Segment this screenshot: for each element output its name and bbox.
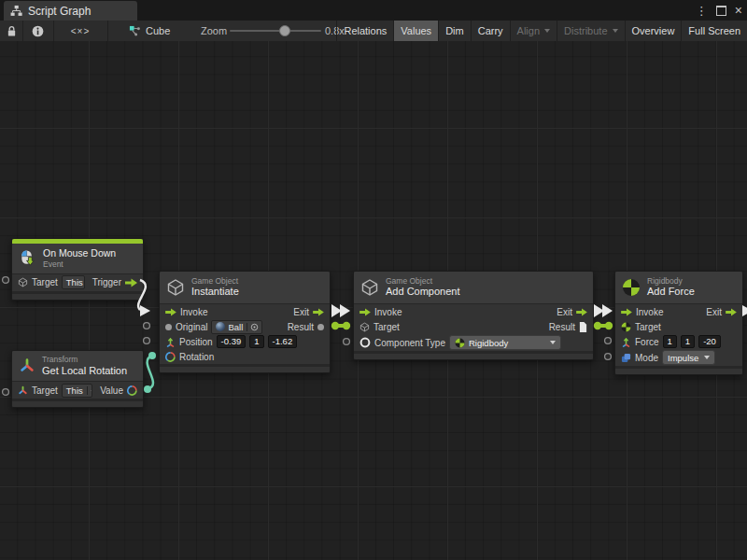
tab-title: Script Graph (28, 5, 91, 18)
breadcrumb[interactable]: Cube (129, 21, 170, 41)
control-input-port[interactable] (165, 308, 176, 316)
close-icon[interactable]: × (733, 4, 744, 17)
control-input-port[interactable] (359, 308, 371, 316)
type-circle-icon (359, 337, 371, 348)
value-connection-endpoint[interactable] (594, 322, 601, 329)
value-connection-endpoint[interactable] (331, 322, 339, 329)
original-value-chip[interactable]: Ball (211, 320, 262, 334)
quaternion-icon[interactable] (127, 385, 137, 396)
graph-icon (10, 5, 22, 17)
port-label: Target (635, 322, 661, 332)
value-wire-endpoint[interactable] (144, 385, 151, 393)
port-row: Target (615, 319, 742, 334)
node-category: Game Object (386, 276, 460, 287)
position-z-field[interactable]: -1.62 (268, 335, 298, 348)
target-value-chip[interactable]: This (62, 275, 85, 289)
control-connection-arrow[interactable] (331, 304, 342, 317)
control-wire-arrow[interactable] (140, 305, 150, 316)
value-input-port[interactable] (165, 324, 172, 330)
position-x-field[interactable]: -0.39 (217, 335, 247, 348)
force-y-field[interactable]: 1 (681, 335, 695, 348)
graph-canvas[interactable]: On Mouse Down Event Target This (0, 41, 747, 560)
port-label: Original (176, 322, 207, 332)
component-type-dropdown[interactable]: Rigidbody (449, 335, 561, 350)
zoom-slider-handle[interactable] (279, 25, 290, 36)
node-header[interactable]: Game Object Add Component (354, 272, 593, 304)
input-port[interactable] (144, 323, 150, 329)
input-port[interactable] (605, 354, 612, 360)
control-connection-arrow[interactable] (594, 304, 604, 317)
input-port[interactable] (3, 389, 9, 396)
value-connection-endpoint[interactable] (343, 322, 350, 329)
vector3-icon (165, 337, 176, 347)
zoom-slider[interactable] (230, 30, 321, 32)
position-y-field[interactable]: 1 (249, 335, 263, 348)
window-controls: ⋮ × (694, 0, 744, 21)
inspect-button[interactable] (22, 21, 54, 41)
code-icon: <×> (71, 26, 91, 36)
overview-button[interactable]: Overview (625, 21, 682, 41)
value-wire[interactable] (148, 356, 153, 389)
node-header[interactable]: Game Object Instantiate (160, 272, 330, 304)
node-on-mouse-down[interactable]: On Mouse Down Event Target This (11, 238, 144, 301)
value-output-port[interactable] (317, 324, 324, 330)
node-get-local-rotation[interactable]: Transform Get Local Rotation Target This (11, 350, 144, 408)
maximize-icon[interactable] (716, 6, 726, 16)
node-header[interactable]: Rigidbody Add Force (615, 272, 742, 304)
lock-button[interactable] (0, 21, 23, 41)
control-output-port[interactable] (726, 308, 737, 316)
port-label: Invoke (636, 307, 663, 317)
control-output-port[interactable] (313, 308, 324, 316)
values-button[interactable]: Values (393, 21, 438, 41)
ball-object-icon (216, 322, 225, 331)
object-picker-icon[interactable] (87, 386, 92, 395)
document-icon[interactable] (579, 322, 587, 332)
fullscreen-button[interactable]: Full Screen (681, 21, 747, 41)
carry-button[interactable]: Carry (471, 21, 510, 41)
node-add-force[interactable]: Rigidbody Add Force Invoke Exit (614, 271, 743, 375)
edit-source-button[interactable]: <×> (53, 21, 108, 41)
port-label: Target (32, 277, 58, 287)
mouse-down-event-icon (19, 249, 36, 267)
node-add-component[interactable]: Game Object Add Component Invoke Exit (353, 271, 594, 360)
control-connection-arrow[interactable] (340, 304, 350, 317)
input-port[interactable] (144, 338, 150, 344)
node-title: Instantiate (191, 286, 239, 299)
port-label: Position (179, 337, 213, 347)
rigidbody-mini-icon (621, 322, 631, 332)
input-port[interactable] (344, 339, 350, 345)
dim-button[interactable]: Dim (438, 21, 471, 41)
chevron-down-icon (704, 356, 710, 359)
force-x-field[interactable]: 1 (663, 335, 677, 348)
value-wire-endpoint[interactable] (148, 352, 156, 359)
input-port[interactable] (3, 277, 9, 284)
value-connection-endpoint[interactable] (605, 322, 613, 329)
port-row: Invoke Exit (615, 304, 742, 319)
input-port[interactable] (605, 338, 612, 344)
force-z-field[interactable]: -20 (698, 335, 721, 348)
node-footer (160, 364, 330, 372)
node-category: Transform (42, 355, 127, 365)
node-title: Add Force (647, 286, 695, 299)
node-instantiate[interactable]: Game Object Instantiate Invoke Exit Orig… (159, 271, 331, 373)
control-output-port[interactable] (576, 308, 587, 316)
align-button[interactable]: Align (510, 21, 557, 41)
relations-button[interactable]: Relations (336, 21, 393, 41)
tab-script-graph[interactable]: Script Graph (4, 1, 137, 21)
target-value-chip[interactable]: This (62, 384, 92, 398)
port-row: Target This Value (12, 382, 143, 399)
node-header[interactable]: Transform Get Local Rotation (12, 351, 143, 382)
port-label: Result (288, 322, 314, 332)
node-header[interactable]: On Mouse Down Event (12, 244, 143, 274)
window-menu-icon[interactable]: ⋮ (694, 5, 710, 17)
object-picker-icon[interactable] (247, 323, 261, 331)
control-connection-arrow[interactable] (602, 304, 613, 317)
port-label: Target (32, 385, 58, 396)
control-input-port[interactable] (621, 308, 632, 316)
port-label: Target (374, 322, 400, 332)
distribute-button[interactable]: Distribute (557, 21, 624, 41)
force-mode-dropdown[interactable]: Impulse (662, 350, 715, 365)
node-category: Rigidbody (647, 276, 695, 287)
control-output-port[interactable] (125, 278, 137, 287)
zoom-label: Zoom (201, 21, 227, 41)
